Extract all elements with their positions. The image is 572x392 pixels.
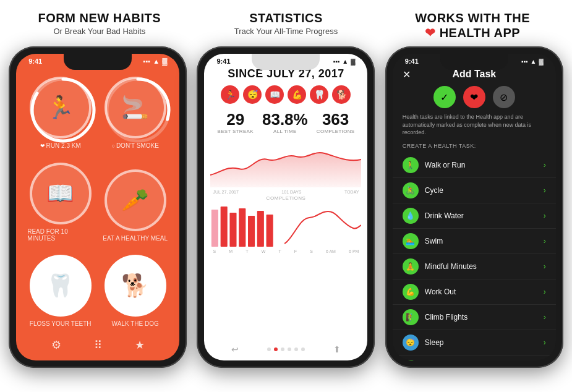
chevron-walk: ›: [544, 161, 546, 169]
top-headers: FORM NEW HABITS Or Break Your Bad Habits…: [0, 0, 572, 46]
list-item-cycle[interactable]: 🚴 Cycle ›: [393, 178, 556, 203]
read-icon: 📖: [46, 182, 74, 205]
stat-icon-dumbbell: 💪: [288, 85, 306, 104]
settings-icon[interactable]: ⚙: [51, 338, 61, 352]
eat-sublabel: EAT A HEALTHY MEAL: [103, 235, 168, 242]
habits-grid: 🏃 ❤ RUN 2.3 KM: [16, 66, 179, 333]
phone2-bottom-bar: ↩ ⬆: [204, 341, 367, 360]
close-button[interactable]: ✕: [403, 69, 411, 80]
walk-icon: 🚶: [403, 157, 419, 173]
sleep-icon: 😴: [403, 334, 419, 351]
phone1-status-icons: ▪▪▪ ▲ ▓: [143, 58, 168, 65]
completions-label: COMPLETIONS: [317, 129, 355, 134]
wifi-icon3: ▲: [531, 58, 537, 65]
line-chart-svg: [210, 138, 361, 187]
check-button[interactable]: ✓: [433, 86, 456, 108]
list-item-energy[interactable]: 🔥 Burn Active Energy ›: [393, 356, 556, 360]
svg-rect-6: [230, 213, 237, 247]
mindful-label: Mindful Minutes: [425, 262, 537, 271]
habit-smoke: 🚬 ○ DON'T SMOKE: [102, 72, 168, 149]
bar-label-m: M: [229, 249, 233, 254]
battery-icon2: ▓: [351, 58, 355, 65]
bar-label-f: F: [294, 249, 297, 254]
habit-eat: 🥕 EAT A HEALTHY MEAL: [102, 158, 168, 241]
phone2-time: 9:41: [216, 58, 230, 65]
block-button[interactable]: ⊘: [493, 86, 515, 108]
share-arrow[interactable]: ⬆: [333, 344, 341, 354]
phone1: 9:41 ▪▪▪ ▲ ▓: [9, 46, 187, 368]
mindful-icon: 🧘: [403, 258, 419, 275]
stat-completions: 363 COMPLETIONS: [317, 111, 355, 134]
panel1-header: FORM NEW HABITS Or Break Your Bad Habits: [7, 11, 192, 40]
habit-smoke-circle: 🚬: [105, 77, 166, 138]
habit-dog-circle: 🐕: [105, 255, 166, 317]
svg-rect-5: [221, 207, 228, 247]
completions-chart-label: COMPLETIONS: [210, 195, 361, 201]
dog-sublabel: WALK THE DOG: [112, 320, 159, 327]
signal-icon: ▪▪▪: [143, 58, 151, 65]
bar-label-s1: S: [213, 249, 216, 254]
list-item-sleep[interactable]: 😴 Sleep ›: [393, 330, 556, 356]
wifi-icon: ▲: [153, 58, 160, 65]
list-item-swim[interactable]: 🏊 Swim ›: [393, 229, 556, 254]
phone2-status-icons: ▪▪▪ ▲ ▓: [333, 58, 356, 65]
chart-labels: JUL 27, 2017 101 DAYS TODAY: [210, 190, 361, 194]
back-arrow[interactable]: ↩: [231, 344, 239, 354]
list-item-water[interactable]: 💧 Drink Water ›: [393, 203, 556, 229]
list-item-walk[interactable]: 🚶 Walk or Run ›: [393, 153, 556, 178]
stats-icons-row: 🏃 😴 📖 💪 🦷 🐕: [204, 83, 367, 108]
panel2-title: STATISTICS: [193, 11, 378, 25]
chevron-cycle: ›: [544, 186, 546, 195]
phone1-screen: 9:41 ▪▪▪ ▲ ▓: [16, 54, 179, 360]
read-label: READ FOR 10 MINUTES: [27, 228, 93, 242]
habit-run-circle: 🏃: [30, 77, 92, 138]
climb-label: Climb Flights: [425, 313, 537, 322]
wifi-icon2: ▲: [342, 58, 348, 65]
svg-rect-9: [257, 211, 264, 247]
stat-alltime: 83.8% ALL TIME: [262, 111, 308, 134]
bar-label-s2: S: [310, 249, 313, 254]
read-sublabel: READ FOR 10 MINUTES: [27, 228, 93, 242]
climb-icon: 🧗: [403, 309, 419, 325]
list-item-mindful[interactable]: 🧘 Mindful Minutes ›: [393, 254, 556, 279]
bar-label-t1: T: [245, 249, 248, 254]
habit-read: 📖 READ FOR 10 MINUTES: [27, 158, 93, 241]
star-icon[interactable]: ★: [135, 338, 145, 352]
grid-icon[interactable]: ⠿: [94, 338, 102, 352]
phone3-status-icons: ▪▪▪ ▲ ▓: [521, 58, 544, 65]
bar-label-6pm: 6 PM: [349, 249, 359, 254]
phone3: 9:41 ▪▪▪ ▲ ▓ ✕ Add Task ✓ ❤ ⊘ Health ta: [385, 46, 563, 368]
phone2: 9:41 ▪▪▪ ▲ ▓ SINCE JULY 27, 2017 🏃 😴 📖 💪…: [197, 46, 375, 368]
phone3-screen: 9:41 ▪▪▪ ▲ ▓ ✕ Add Task ✓ ❤ ⊘ Health ta: [393, 54, 556, 360]
walk-label: Walk or Run: [425, 161, 537, 169]
chevron-climb: ›: [544, 313, 546, 322]
nav-dot-6: [301, 347, 305, 351]
battery-icon: ▓: [162, 58, 167, 65]
nav-dot-2: [274, 347, 278, 351]
list-item-climb[interactable]: 🧗 Climb Flights ›: [393, 305, 556, 330]
chart-label-end: TODAY: [344, 190, 359, 194]
water-icon: 💧: [403, 208, 419, 224]
health-action-buttons: ✓ ❤ ⊘: [393, 83, 556, 113]
floss-icon: 🦷: [46, 275, 74, 297]
bar-label-w: W: [262, 249, 266, 254]
dog-label: WALK THE DOG: [112, 320, 159, 327]
panel2-subtitle: Track Your All-Time Progress: [193, 27, 378, 36]
nav-dot-5: [294, 347, 298, 351]
health-list: 🚶 Walk or Run › 🚴 Cycle › 💧 Drink Water …: [393, 153, 556, 360]
workout-label: Work Out: [425, 288, 537, 296]
floss-sublabel: FLOSS YOUR TEETH: [30, 320, 92, 327]
panel2-header: STATISTICS Track Your All-Time Progress: [193, 11, 378, 40]
panel1-title: FORM NEW HABITS: [7, 11, 192, 25]
bar-chart-svg: [210, 203, 361, 247]
phone3-notch: [440, 54, 508, 70]
chevron-mindful: ›: [544, 262, 546, 271]
stats-chart-area: JUL 27, 2017 101 DAYS TODAY COMPLETIONS: [204, 137, 367, 341]
streak-value: 29: [218, 111, 254, 127]
panel3-header: WORKS WITH THE❤ HEALTH APP: [380, 11, 565, 40]
heart-button[interactable]: ❤: [463, 86, 485, 108]
habit-eat-circle: 🥕: [105, 169, 166, 231]
nav-dot-1: [267, 347, 271, 351]
habit-dog: 🐕 WALK THE DOG: [102, 250, 168, 327]
list-item-workout[interactable]: 💪 Work Out ›: [393, 279, 556, 305]
